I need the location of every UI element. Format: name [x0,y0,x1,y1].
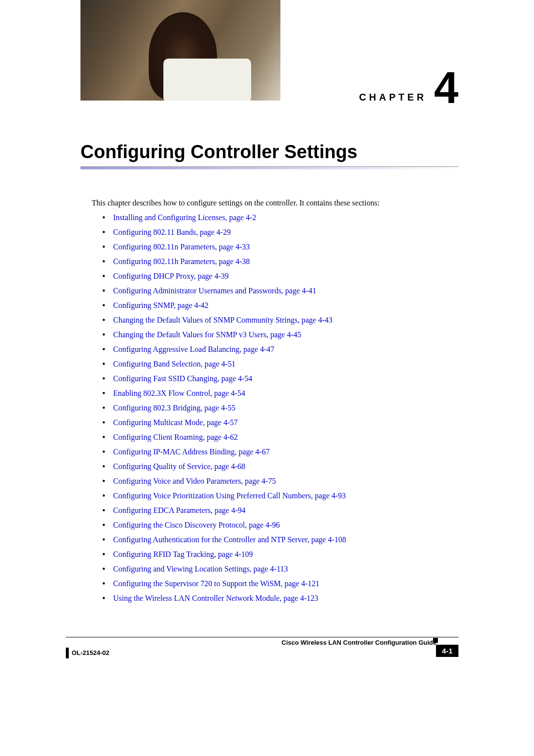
footer-doc-id: OL-21524-02 [66,648,109,658]
toc-item: Configuring SNMP, page 4-42 [102,301,458,310]
footer-rule [66,637,458,637]
toc-link[interactable]: Configuring Multicast Mode, page 4-57 [113,418,238,427]
toc-link[interactable]: Configuring Authentication for the Contr… [113,535,346,544]
toc-item: Configuring the Cisco Discovery Protocol… [102,521,458,530]
toc-item: Changing the Default Values for SNMP v3 … [102,330,458,339]
toc-item: Configuring Quality of Service, page 4-6… [102,462,458,471]
document-page: CHAPTER 4 Configuring Controller Setting… [0,0,534,666]
toc-link[interactable]: Configuring Client Roaming, page 4-62 [113,433,238,441]
toc-item: Configuring Administrator Usernames and … [102,286,458,295]
toc-link[interactable]: Configuring Aggressive Load Balancing, p… [113,345,275,353]
toc-item: Configuring Fast SSID Changing, page 4-5… [102,374,458,383]
toc-link[interactable]: Configuring Voice and Video Parameters, … [113,477,276,485]
toc-link[interactable]: Configuring Administrator Usernames and … [113,286,316,295]
toc-item: Configuring Multicast Mode, page 4-57 [102,418,458,427]
toc-item: Configuring 802.11n Parameters, page 4-3… [102,243,458,251]
toc-item: Configuring 802.3 Bridging, page 4-55 [102,404,458,412]
toc-link[interactable]: Using the Wireless LAN Controller Networ… [113,594,318,602]
toc-link[interactable]: Configuring RFID Tag Tracking, page 4-10… [113,550,253,558]
chapter-number: 4 [434,66,458,110]
toc-link[interactable]: Changing the Default Values of SNMP Comm… [113,316,333,324]
toc-link[interactable]: Configuring Band Selection, page 4-51 [113,360,236,368]
toc-item: Configuring 802.11h Parameters, page 4-3… [102,257,458,266]
toc-item: Configuring IP-MAC Address Binding, page… [102,448,458,456]
toc-item: Configuring Voice Prioritization Using P… [102,491,458,500]
chapter-label: CHAPTER [359,92,427,103]
toc-item: Enabling 802.3X Flow Control, page 4-54 [102,389,458,398]
toc-link[interactable]: Configuring the Supervisor 720 to Suppor… [113,579,319,588]
toc-item: Installing and Configuring Licenses, pag… [102,213,458,222]
toc-item: Configuring Aggressive Load Balancing, p… [102,345,458,354]
toc-link[interactable]: Changing the Default Values for SNMP v3 … [113,330,301,339]
toc-item: Configuring Authentication for the Contr… [102,535,458,544]
toc-link[interactable]: Configuring the Cisco Discovery Protocol… [113,521,280,529]
chapter-title: Configuring Controller Settings [80,142,534,163]
toc-link[interactable]: Configuring IP-MAC Address Binding, page… [113,448,270,456]
toc-link[interactable]: Configuring 802.3 Bridging, page 4-55 [113,404,236,412]
chapter-photo [80,0,280,101]
toc-item: Configuring DHCP Proxy, page 4-39 [102,272,458,281]
page-footer: Cisco Wireless LAN Controller Configurat… [0,637,534,666]
toc-link[interactable]: Configuring 802.11 Bands, page 4-29 [113,228,231,236]
toc-item: Configuring 802.11 Bands, page 4-29 [102,228,458,237]
toc-item: Configuring the Supervisor 720 to Suppor… [102,579,458,588]
toc-item: Configuring Client Roaming, page 4-62 [102,433,458,442]
toc-link[interactable]: Configuring EDCA Parameters, page 4-94 [113,506,246,514]
toc-link[interactable]: Installing and Configuring Licenses, pag… [113,213,256,222]
toc-item: Using the Wireless LAN Controller Networ… [102,594,458,603]
chapter-header: CHAPTER 4 [0,0,534,107]
toc-link[interactable]: Configuring 802.11n Parameters, page 4-3… [113,243,250,251]
toc-link[interactable]: Configuring Fast SSID Changing, page 4-5… [113,374,252,383]
toc-link[interactable]: Configuring and Viewing Location Setting… [113,565,288,573]
toc-item: Configuring RFID Tag Tracking, page 4-10… [102,550,458,559]
title-rule [80,166,458,169]
toc-link[interactable]: Configuring DHCP Proxy, page 4-39 [113,272,229,280]
toc-item: Configuring EDCA Parameters, page 4-94 [102,506,458,515]
toc-item: Configuring and Viewing Location Setting… [102,565,458,573]
footer-page-number: 4-1 [436,645,458,657]
toc-item: Configuring Band Selection, page 4-51 [102,360,458,368]
toc-link[interactable]: Configuring Quality of Service, page 4-6… [113,462,245,470]
toc-link[interactable]: Configuring 802.11h Parameters, page 4-3… [113,257,250,266]
toc-list: Installing and Configuring Licenses, pag… [102,213,458,603]
toc-item: Configuring Voice and Video Parameters, … [102,477,458,486]
footer-book-title: Cisco Wireless LAN Controller Configurat… [281,639,436,646]
toc-link[interactable]: Configuring SNMP, page 4-42 [113,301,209,309]
intro-paragraph: This chapter describes how to configure … [92,199,458,207]
toc-link[interactable]: Enabling 802.3X Flow Control, page 4-54 [113,389,245,397]
toc-item: Changing the Default Values of SNMP Comm… [102,316,458,325]
toc-link[interactable]: Configuring Voice Prioritization Using P… [113,491,346,500]
